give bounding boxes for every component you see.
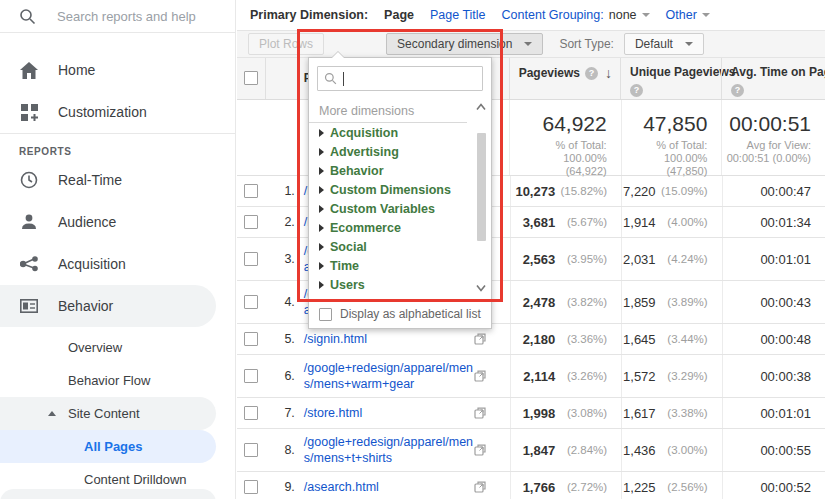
avg-time-value: 00:01:01 [722,398,825,428]
avg-time-value: 00:01:34 [722,207,825,237]
scroll-up-icon[interactable] [476,103,486,111]
expand-arrow-icon [319,167,324,175]
reports-section-label: REPORTS [0,134,235,159]
sidebar-item-real-time[interactable]: Real-Time [0,159,235,201]
sidebar-item-behavior[interactable]: Behavior [0,285,216,327]
sort-descending-icon: ↓ [605,65,612,81]
page-link[interactable]: /store.html [304,405,474,421]
sidebar-item-overview[interactable]: Overview [0,331,235,364]
table-row: 6. /google+redesign/apparel/mens/mens+wa… [237,355,825,398]
help-icon[interactable]: ? [731,84,744,97]
help-icon[interactable]: ? [630,84,643,97]
sidebar-item-all-pages[interactable]: All Pages [0,430,216,463]
dimension-item-advertising[interactable]: Advertising [309,142,491,161]
dimension-item-custom-dimensions[interactable]: Custom Dimensions [309,180,491,199]
row-number: 8. [265,443,295,457]
row-number: 6. [265,369,295,383]
plot-rows-button[interactable]: Plot Rows [248,33,324,55]
dimension-other[interactable]: Other [666,8,710,22]
dimension-search-input[interactable] [317,66,483,91]
external-link-icon[interactable] [474,444,486,456]
dimension-content-grouping[interactable]: Content Grouping: none [502,8,650,22]
row-checkbox[interactable] [244,184,258,198]
column-header-avg-time[interactable]: Avg. Time on Page ? [721,58,825,99]
dimension-item-ecommerce[interactable]: Ecommerce [309,218,491,237]
totals-unique-pageviews: 47,850 % of Total: 100.00%(47,850) [621,100,722,175]
expand-arrow-icon [319,205,324,213]
alphabetical-list-option[interactable]: Display as alphabetical list [309,300,491,328]
secondary-dimension-button[interactable]: Secondary dimension [386,33,543,55]
sidebar-item-home[interactable]: Home [0,49,235,91]
row-checkbox[interactable] [244,369,258,383]
expand-arrow-icon [319,148,324,156]
row-checkbox[interactable] [244,252,258,266]
avg-time-value: 00:00:48 [722,324,825,354]
page-link[interactable]: /asearch.html [304,479,474,495]
dimension-item-behavior[interactable]: Behavior [309,161,491,180]
table-row: 9. /asearch.html 1,766(2.72%) 1,225(2.56… [237,472,825,499]
page-link[interactable]: /google+redesign/apparel/mens/mens+warm+… [304,360,474,392]
select-all-checkbox[interactable] [244,71,258,85]
row-checkbox[interactable] [244,480,258,494]
expand-arrow-icon [319,129,324,137]
sidebar-search[interactable]: Search reports and help [0,0,235,33]
sidebar-item-customization[interactable]: Customization [0,91,235,133]
sidebar-item-site-content[interactable]: Site Content [0,397,216,430]
dimension-item-time[interactable]: Time [309,256,491,275]
chevron-down-icon [685,42,693,46]
help-icon[interactable]: ? [585,67,598,80]
chevron-down-icon [642,13,650,17]
secondary-dimension-dropdown: More dimensions AcquisitionAdvertisingBe… [308,57,492,329]
sidebar: Search reports and help Home Customizati… [0,0,236,499]
page-link[interactable]: /signin.html [304,331,474,347]
primary-dimension-label: Primary Dimension: [250,8,368,22]
sidebar-item-acquisition[interactable]: Acquisition [0,243,235,285]
table-toolbar: Plot Rows Secondary dimension Sort Type:… [237,30,825,58]
row-checkbox[interactable] [244,295,258,309]
alphabetical-checkbox[interactable] [319,308,332,321]
column-header-unique-pageviews[interactable]: Unique Pageviews ? [620,58,721,99]
row-checkbox[interactable] [244,406,258,420]
sidebar-search-placeholder: Search reports and help [57,9,196,24]
external-link-icon[interactable] [474,370,486,382]
row-number: 5. [265,332,295,346]
external-link-icon[interactable] [474,407,486,419]
avg-time-value: 00:00:52 [722,472,825,499]
dimension-item-social[interactable]: Social [309,237,491,256]
collapse-arrow-icon [48,411,56,416]
dimension-item-acquisition[interactable]: Acquisition [309,123,491,142]
row-number: 3. [265,252,295,266]
row-checkbox[interactable] [244,215,258,229]
person-icon [19,214,39,230]
sidebar-item-audience[interactable]: Audience [0,201,235,243]
expand-arrow-icon [319,224,324,232]
page-link[interactable]: /google+redesign/apparel/mens/mens+t+shi… [304,434,474,466]
expand-arrow-icon [319,243,324,251]
expand-arrow-icon [319,186,324,194]
row-checkbox[interactable] [244,332,258,346]
row-number: 1. [265,184,295,198]
behavior-icon [19,299,39,313]
dimension-page-title[interactable]: Page Title [430,8,486,22]
column-header-pageviews[interactable]: Pageviews ? ↓ [509,58,620,99]
chevron-down-icon [524,42,532,46]
chevron-down-icon [702,13,710,17]
expand-arrow-icon [319,281,324,289]
primary-dimension-bar: Primary Dimension: Page Page Title Conte… [237,0,825,30]
external-link-icon[interactable] [474,481,486,493]
dropdown-scrollbar[interactable] [474,101,488,294]
scrollbar-thumb[interactable] [477,133,486,241]
external-link-icon[interactable] [474,333,486,345]
dimension-item-custom-variables[interactable]: Custom Variables [309,199,491,218]
avg-time-value: 00:00:38 [722,355,825,397]
customization-icon [19,104,39,121]
row-number: 2. [265,215,295,229]
sort-type-button[interactable]: Default [624,33,704,55]
sidebar-item-behavior-flow[interactable]: Behavior Flow [0,364,235,397]
dimension-item-users[interactable]: Users [309,275,491,294]
dimension-list-header: More dimensions [309,101,467,123]
dimension-page[interactable]: Page [384,8,414,22]
expand-arrow-icon [319,262,324,270]
scroll-down-icon[interactable] [476,284,486,292]
row-checkbox[interactable] [244,443,258,457]
